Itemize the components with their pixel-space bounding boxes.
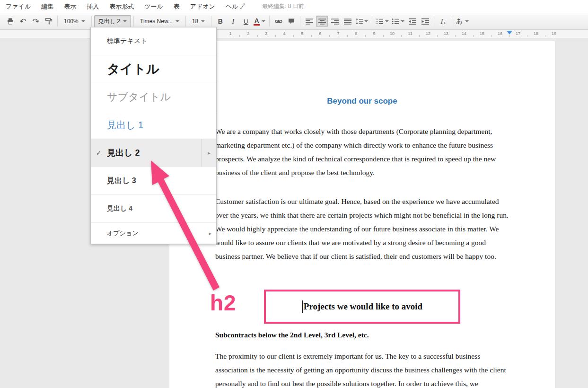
menu-view[interactable]: 表示 (59, 2, 81, 11)
caret-down-icon (123, 20, 127, 22)
input-method-label: あ (456, 17, 462, 26)
menu-item-heading2[interactable]: ✓ 見出し 2 ▸ (91, 139, 216, 167)
align-left-icon (306, 18, 313, 25)
right-indent-marker[interactable] (507, 31, 512, 35)
redo-button[interactable]: ↷ (30, 16, 42, 27)
text-color-bar (254, 24, 260, 26)
bold-button[interactable]: B (214, 16, 226, 27)
bold-label: B (218, 18, 223, 25)
print-icon (7, 18, 14, 25)
font-select[interactable]: Times New... (136, 16, 183, 27)
toolbar-separator (185, 16, 186, 26)
menu-format[interactable]: 表示形式 (104, 2, 139, 11)
toolbar-separator (211, 16, 211, 26)
underline-button[interactable]: U (240, 16, 252, 27)
caret-down-icon (176, 20, 179, 22)
menu-item-label: 見出し 1 (107, 119, 143, 132)
zoom-select[interactable]: 100% (60, 16, 89, 27)
increase-indent-icon (421, 18, 429, 25)
undo-icon: ↶ (19, 18, 26, 26)
styles-menu: 標準テキスト タイトル サブタイトル 見出し 1 ✓ 見出し 2 ▸ 見出し 3… (90, 27, 217, 244)
font-value: Times New... (140, 18, 173, 25)
submenu-arrow-icon[interactable]: ▸ (202, 139, 216, 167)
italic-button[interactable]: I (227, 16, 239, 27)
align-center-button[interactable] (316, 16, 328, 27)
menu-item-heading1[interactable]: 見出し 1 (91, 111, 216, 139)
bulleted-list-button[interactable] (391, 16, 405, 27)
caret-down-icon (364, 20, 368, 22)
menu-insert[interactable]: 挿入 (81, 2, 104, 11)
doc-paragraph-3[interactable]: The proximity to our client is extremely… (215, 349, 510, 388)
clear-formatting-x: x (444, 21, 446, 25)
menu-item-label: 見出し 3 (107, 176, 136, 186)
text-color-button[interactable]: A (253, 16, 266, 27)
menu-tools[interactable]: ツール (139, 2, 168, 11)
menu-item-heading3[interactable]: 見出し 3 (91, 167, 216, 195)
menu-item-subtitle[interactable]: サブタイトル (91, 83, 216, 111)
input-method-button[interactable]: あ (455, 16, 469, 27)
font-size-value: 18 (192, 18, 198, 25)
increase-indent-button[interactable] (419, 16, 431, 27)
insert-link-button[interactable] (272, 16, 284, 27)
toolbar-separator (452, 16, 452, 26)
document-page[interactable]: Beyond our scope We are a company that w… (169, 41, 555, 388)
menu-item-title[interactable]: タイトル (91, 55, 216, 83)
decrease-indent-button[interactable] (406, 16, 418, 27)
menu-addons[interactable]: アドオン (185, 2, 220, 11)
clear-formatting-button[interactable]: I x (437, 16, 449, 27)
menu-item-normal-text[interactable]: 標準テキスト (91, 27, 216, 55)
doc-paragraph-2[interactable]: Customer satisfaction is our ultimate go… (215, 194, 510, 263)
menu-item-label: オプション (107, 229, 139, 238)
menu-help[interactable]: ヘルプ (220, 2, 250, 11)
comment-icon (288, 18, 295, 25)
menu-item-label: 標準テキスト (107, 37, 147, 45)
align-left-button[interactable] (303, 16, 315, 27)
toolbar-separator (372, 16, 372, 26)
menu-file[interactable]: ファイル (6, 2, 36, 11)
font-size-select[interactable]: 18 (188, 16, 209, 27)
underline-label: U (244, 18, 248, 25)
caret-down-icon (401, 20, 404, 22)
toolbar: ↶ ↷ 100% 見出し 2 Times New... 18 B I U (0, 13, 588, 30)
last-edited-status: 最終編集: 8 日前 (262, 2, 304, 10)
text-color-label: A (255, 18, 259, 24)
menu-item-label: タイトル (107, 61, 159, 78)
menu-table[interactable]: 表 (168, 2, 185, 11)
undo-button[interactable]: ↶ (17, 16, 29, 27)
doc-heading-h2[interactable]: Projects we would like to avoid (304, 301, 422, 312)
doc-subheading[interactable]: Subcontracts below the 2nd Level, 3rd Le… (215, 331, 369, 339)
numbered-list-button[interactable] (375, 16, 390, 27)
caret-down-icon (465, 20, 469, 22)
line-spacing-icon (355, 18, 363, 25)
menu-item-label: 見出し 4 (107, 204, 132, 213)
submenu-arrow-icon: ▸ (209, 230, 211, 237)
menu-item-label: 見出し 2 (107, 147, 140, 159)
align-justify-icon (344, 18, 351, 25)
ruler: 1 2 3 4 5 6 7 8 9 10 11 12 13 14 15 16 1… (0, 30, 588, 38)
zoom-value: 100% (64, 18, 79, 25)
insert-comment-button[interactable] (285, 16, 297, 27)
caret-down-icon (385, 20, 389, 22)
text-cursor (302, 300, 303, 313)
doc-heading-blue[interactable]: Beyond our scope (169, 97, 555, 106)
print-button[interactable] (4, 16, 16, 27)
toolbar-separator (434, 16, 434, 26)
decrease-indent-icon (409, 18, 416, 25)
caret-down-icon (81, 20, 85, 22)
link-icon (275, 18, 282, 25)
line-spacing-button[interactable] (354, 16, 369, 27)
paint-format-button[interactable] (43, 16, 54, 27)
align-right-button[interactable] (329, 16, 341, 27)
toolbar-separator (91, 16, 92, 26)
menu-bar: ファイル 編集 表示 挿入 表示形式 ツール 表 アドオン ヘルプ 最終編集: … (0, 0, 588, 13)
caret-down-icon (201, 20, 205, 22)
align-justify-button[interactable] (342, 16, 353, 27)
menu-item-options[interactable]: オプション ▸ (91, 223, 216, 244)
paint-format-icon (45, 18, 53, 25)
menu-edit[interactable]: 編集 (36, 2, 59, 11)
styles-select[interactable]: 見出し 2 (94, 15, 131, 27)
doc-paragraph-1[interactable]: We are a company that works closely with… (215, 124, 510, 179)
h2-annotation-box: Projects we would like to avoid (264, 290, 460, 324)
menu-item-heading4[interactable]: 見出し 4 (91, 195, 216, 223)
annotation-h2-label: h2 (210, 290, 237, 316)
